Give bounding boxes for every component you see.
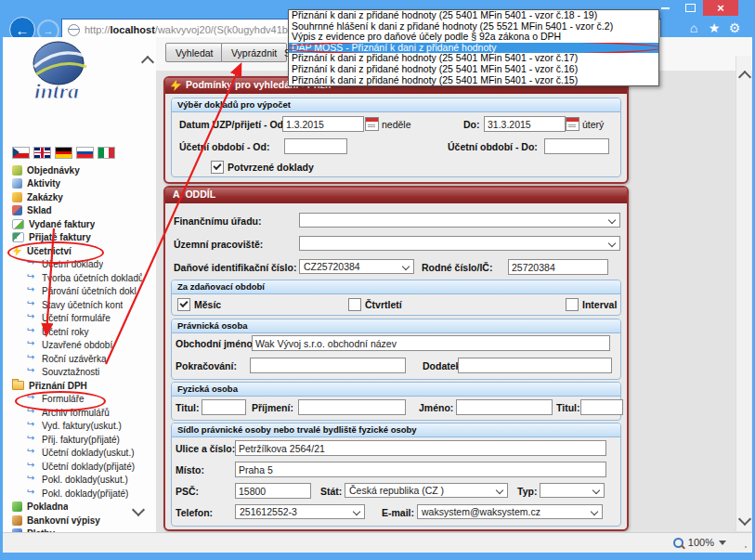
- window-bottom-border: [0, 553, 755, 560]
- favorites-star-icon[interactable]: [706, 20, 722, 36]
- sidebar-item[interactable]: Účetní roky: [10, 325, 142, 339]
- sidebar-item[interactable]: Archiv formulářů: [10, 406, 142, 420]
- sidebar-item[interactable]: Pokl. doklady(uskut.): [10, 474, 142, 488]
- sidebar-item[interactable]: Objednávky: [10, 163, 142, 177]
- sidebar-item[interactable]: Pokladna: [10, 501, 142, 514]
- phone-label: Telefon:: [176, 507, 213, 518]
- surname-input[interactable]: [298, 399, 406, 415]
- sidebar-item[interactable]: Vyd. faktury(uskut.): [10, 420, 142, 434]
- sidebar-item[interactable]: Účetní doklady: [10, 258, 142, 272]
- resize-grip[interactable]: [744, 545, 749, 551]
- sidebar-item[interactable]: Stavy účetních kont: [10, 298, 142, 312]
- confirmed-documents-checkbox[interactable]: [211, 161, 224, 174]
- sidebar-item[interactable]: Přiznání DPH: [10, 379, 142, 393]
- clear-button[interactable]: Vyprázdnit: [221, 43, 287, 62]
- month-checkbox[interactable]: [177, 298, 190, 311]
- phone-select[interactable]: 251612552-3: [235, 504, 365, 519]
- email-select[interactable]: waksystem@waksystem.cz: [417, 504, 603, 519]
- date-from-input[interactable]: [282, 116, 364, 132]
- dropdown-option[interactable]: Přiznání k dani z přidané hodnoty (25 54…: [289, 10, 658, 21]
- home-icon[interactable]: [685, 20, 702, 36]
- flag-sk-icon[interactable]: [76, 147, 94, 159]
- calendar-icon[interactable]: [566, 117, 579, 131]
- period-from-input[interactable]: [284, 138, 347, 154]
- title2-input[interactable]: [580, 399, 623, 415]
- dropdown-option[interactable]: Přiznání k dani z přidané hodnoty (25 54…: [289, 64, 658, 75]
- firstname-input[interactable]: [456, 399, 553, 415]
- sidebar-item[interactable]: Účetnictví: [10, 244, 142, 258]
- sidebar-item[interactable]: Sklad: [10, 204, 142, 218]
- sidebar-item[interactable]: Vydané faktury: [10, 217, 142, 231]
- dropdown-option[interactable]: Výpis z evidence pro daňové účely podle …: [289, 32, 658, 43]
- city-input[interactable]: [235, 462, 606, 477]
- dropdown-option[interactable]: DAP MOSS - Přiznání k dani z přidané hod…: [289, 43, 658, 54]
- calendar-icon[interactable]: [365, 117, 379, 131]
- sidebar-item[interactable]: Uzavřené období: [10, 339, 142, 353]
- state-select[interactable]: Česká republika (CZ ): [345, 483, 508, 498]
- flag-de-icon[interactable]: [55, 147, 72, 159]
- continuation-input[interactable]: [250, 358, 406, 373]
- dropdown-option[interactable]: Souhrnné hlášení k dani z přidané hodnot…: [289, 21, 658, 33]
- arrow-icon: [27, 354, 37, 364]
- dropdown-option[interactable]: Přiznání k dani z přidané hodnoty (25 54…: [289, 75, 658, 86]
- personal-id-input[interactable]: [508, 259, 608, 275]
- sidebar-item[interactable]: Účetní formuláře: [10, 312, 142, 326]
- maximize-button[interactable]: [677, 0, 703, 16]
- flag-gb-icon[interactable]: [33, 147, 51, 159]
- content-scrollbar[interactable]: [735, 56, 751, 531]
- chevron-down-icon: [592, 487, 600, 494]
- sidebar-scroll-up-icon[interactable]: [141, 56, 154, 69]
- sidebar-item[interactable]: Zakázky: [10, 190, 142, 204]
- chevron-down-icon: [608, 216, 616, 224]
- period-to-input[interactable]: [544, 138, 609, 154]
- territorial-select[interactable]: [299, 236, 620, 251]
- arrow-icon: [27, 448, 37, 458]
- contracts-icon: [12, 192, 22, 202]
- street-label: Ulice a číslo:: [176, 443, 235, 454]
- territorial-label: Územní pracoviště:: [174, 239, 263, 250]
- sidebar-item[interactable]: Roční uzávěrka: [10, 352, 142, 366]
- arrow-icon: [27, 462, 37, 472]
- sidebar-item[interactable]: Bankovní výpisy: [10, 514, 142, 527]
- zip-input[interactable]: [235, 483, 311, 499]
- dropdown-option[interactable]: Přiznání k dani z přidané hodnoty (25 54…: [289, 53, 658, 64]
- fin-office-label: Finančnímu úřadu:: [174, 215, 262, 227]
- interval-checkbox[interactable]: [566, 298, 579, 311]
- street-input[interactable]: [235, 440, 606, 456]
- personal-id-label: Rodné číslo/IČ:: [422, 262, 492, 273]
- date-to-input[interactable]: [484, 116, 566, 132]
- sidebar-item[interactable]: Pokl. doklady(přijaté): [10, 487, 142, 501]
- sidebar-item[interactable]: Účetní doklady(uskut.): [10, 447, 142, 461]
- sidebar-item[interactable]: Párování účetních dokl.: [10, 285, 142, 299]
- settings-gear-icon[interactable]: [726, 20, 743, 36]
- flag-it-icon[interactable]: [98, 147, 115, 159]
- scroll-down-icon[interactable]: [738, 513, 751, 526]
- close-button[interactable]: [703, 0, 738, 16]
- sidebar: intra Objednávky Aktivity Zakázky Sklad …: [3, 37, 157, 532]
- business-name-label: Obchodní jméno:: [176, 338, 255, 349]
- sidebar-item[interactable]: Účetní doklady(přijaté): [10, 460, 142, 474]
- sidebar-item[interactable]: Formuláře: [10, 393, 142, 407]
- fin-office-select[interactable]: [299, 213, 620, 228]
- search-button[interactable]: Vyhledat: [165, 43, 223, 62]
- arrow-icon: [27, 408, 37, 418]
- folder-icon: [12, 381, 24, 390]
- sidebar-item[interactable]: Souvztažnosti: [10, 366, 142, 380]
- sidebar-item[interactable]: Přijaté faktury: [10, 231, 142, 245]
- business-name-input[interactable]: [252, 335, 610, 351]
- zoom-control[interactable]: 100%: [673, 537, 726, 548]
- title1-input[interactable]: [202, 399, 246, 415]
- quarter-checkbox[interactable]: [348, 298, 361, 311]
- scroll-up-icon[interactable]: [738, 71, 751, 84]
- title2-label: Titul:: [556, 402, 579, 413]
- type-select[interactable]: [540, 483, 605, 498]
- sidebar-item[interactable]: Aktivity: [10, 177, 142, 191]
- received-invoices-icon: [12, 232, 24, 242]
- addendum-input[interactable]: [458, 358, 612, 373]
- sidebar-item[interactable]: Tvorba účetních dokladů: [10, 271, 142, 285]
- chevron-down-icon: [608, 240, 616, 247]
- interval-label: Interval: [582, 299, 617, 310]
- sidebar-item[interactable]: Přij. faktury(přijaté): [10, 433, 142, 447]
- tax-id-select[interactable]: CZ25720384: [299, 259, 414, 274]
- flag-cz-icon[interactable]: [12, 147, 30, 159]
